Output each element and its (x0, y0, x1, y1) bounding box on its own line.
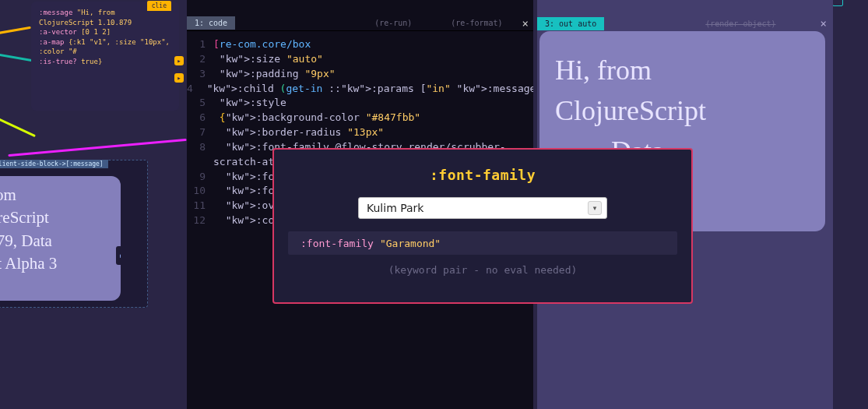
wire (0, 52, 35, 62)
preview-card: fromjureScript.879, Databit Alpha 3 ▸ (0, 176, 121, 301)
graph-node[interactable]: clie :message "Hi, from ClojureScript 1.… (31, 2, 179, 111)
chevron-down-icon: ▾ (588, 201, 602, 215)
tab-rerun[interactable]: (re-run) (374, 19, 412, 27)
popup-hint: (keyword pair - no eval needed) (388, 264, 578, 276)
dashed-label: client-side-block->[:message] (0, 160, 108, 168)
close-icon[interactable]: × (821, 17, 827, 30)
wire (8, 139, 186, 157)
pair-key: :font-family (300, 238, 374, 249)
tab-out[interactable]: 3: out auto (537, 17, 604, 30)
pair-value: "Garamond" (380, 238, 441, 249)
tab-code[interactable]: 1: code (187, 16, 235, 30)
tab-render-object[interactable]: (render-object) (705, 19, 775, 28)
expand-handle[interactable]: ▸ (116, 246, 121, 265)
scrubber-popup: :font-family Kulim Park ▾ :font-family "… (272, 148, 693, 304)
node-code: :message "Hi, from ClojureScript 1.10.87… (39, 8, 171, 67)
font-family-select[interactable]: Kulim Park ▾ (358, 197, 607, 219)
output-tabs: 3: out auto (render-object) × (537, 16, 833, 31)
node-label: clie (147, 1, 171, 11)
select-value: Kulim Park (367, 202, 423, 214)
keyword-pair-display: :font-family "Garamond" (288, 231, 677, 255)
flow-graph: clie :message "Hi, from ClojureScript 1.… (0, 0, 187, 409)
wire (0, 116, 36, 137)
node-port[interactable]: ▸ (174, 73, 184, 83)
wire (0, 26, 31, 36)
close-icon[interactable]: × (522, 17, 529, 30)
editor-tabs: 1: code (re-run) (re-format) × (187, 16, 533, 31)
popup-title: :font-family (430, 167, 536, 183)
tab-reformat[interactable]: (re-format) (451, 19, 502, 27)
view-icon[interactable] (832, 0, 843, 6)
preview-text: fromjureScript.879, Databit Alpha 3 (0, 185, 57, 273)
node-port[interactable]: ▸ (174, 56, 184, 65)
